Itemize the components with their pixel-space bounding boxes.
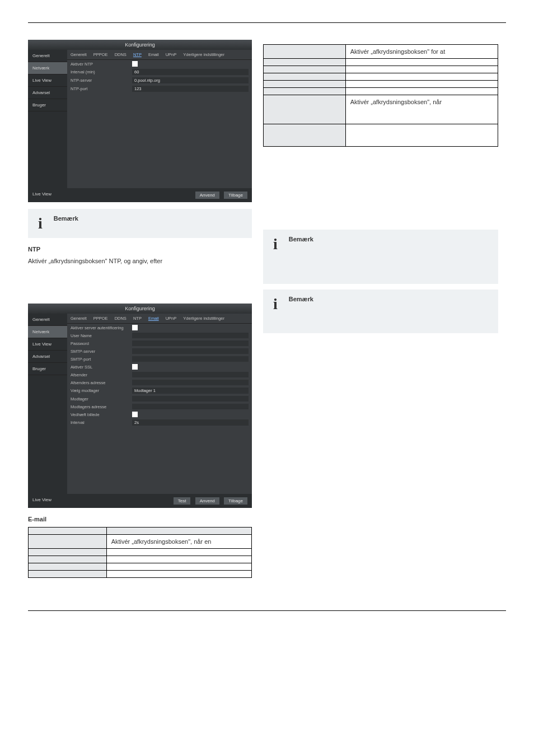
lbl-interval: Interval (min) <box>71 69 132 74</box>
lbl-senderaddr: Afsenders adresse <box>71 380 132 385</box>
val-user[interactable] <box>132 333 249 338</box>
s2-tab-ntp[interactable]: NTP <box>130 314 145 323</box>
s2-side-generelt[interactable]: Generelt <box>28 314 67 326</box>
btn-tilbage-1[interactable]: Tilbage <box>224 192 247 199</box>
val-interval2[interactable]: 2s <box>132 419 249 426</box>
s2-tab-ddns[interactable]: DDNS <box>111 314 130 323</box>
te-r5v <box>106 571 251 578</box>
info2-head: Bemærk <box>289 235 313 244</box>
info3-head: Bemærk <box>289 295 313 304</box>
footer-liveview[interactable]: Live View <box>32 192 51 199</box>
lbl-sender: Afsender <box>71 372 132 377</box>
tr-r2v <box>345 59 498 66</box>
screenshot-ntp: Konfigurering Generelt Netværk Live View… <box>28 40 252 202</box>
tab-ddns[interactable]: DDNS <box>111 50 130 59</box>
info-icon: i <box>269 235 282 253</box>
tr-r6k <box>264 88 346 95</box>
lbl-selrec: Vælg modtager <box>71 388 132 393</box>
te-r2v <box>106 549 251 556</box>
te-r3k <box>29 556 107 563</box>
val-pass[interactable] <box>132 340 249 346</box>
side-netvaerk[interactable]: Netværk <box>28 62 67 74</box>
btn-anvend-2[interactable]: Anvend <box>195 497 219 505</box>
lbl-ntp-port: NTP-port <box>71 86 132 91</box>
info-box-3: i Bemærk <box>263 290 498 333</box>
tab-ntp[interactable]: NTP <box>130 50 145 59</box>
s2-tab-yderligere[interactable]: Yderligere indstillinger <box>180 314 228 323</box>
lbl-smtpport: SMTP-port <box>71 357 132 362</box>
lbl-rec: Modtager <box>71 396 132 402</box>
tr-r7v: Aktivér „afkrydsningsboksen", når <box>345 95 498 124</box>
te-r1k <box>29 535 107 549</box>
ntp-para: Aktivér „afkrydsningsboksen" NTP, og ang… <box>28 257 252 265</box>
val-smtpport[interactable] <box>132 356 249 362</box>
info-icon: i <box>34 214 47 232</box>
s2-tab-upnp[interactable]: UPnP <box>162 314 180 323</box>
val-recaddr[interactable] <box>132 404 249 409</box>
email-heading: E-mail <box>28 516 252 522</box>
s2-tab-generelt[interactable]: Generelt <box>67 314 90 323</box>
lbl-ntp-server: NTP-server <box>71 78 132 83</box>
tr-r1k <box>264 45 346 59</box>
tab-generelt[interactable]: Generelt <box>67 50 90 59</box>
s2-side-advarsel[interactable]: Advarsel <box>28 351 67 363</box>
btn-anvend-1[interactable]: Anvend <box>195 192 219 199</box>
lbl-user: User Name <box>71 333 132 338</box>
footer-liveview-2[interactable]: Live View <box>32 497 51 505</box>
tab-yderligere[interactable]: Yderligere indstillinger <box>180 50 228 59</box>
chk-ssl[interactable] <box>132 364 138 370</box>
val-ntp-server[interactable]: 0.pool.ntp.org <box>132 77 249 83</box>
lbl-enable-ntp: Aktivér NTP <box>71 62 132 67</box>
s2-side-bruger[interactable]: Bruger <box>28 363 67 375</box>
lbl-auth: Aktiver server autentificering <box>71 325 132 330</box>
side-liveview[interactable]: Live View <box>28 74 67 87</box>
tr-r8k <box>264 124 346 147</box>
val-interval[interactable]: 60 <box>132 69 249 75</box>
te-r1v: Aktivér „afkrydsningsboksen", når en <box>106 535 251 549</box>
tr-r5v <box>345 81 498 88</box>
val-selrec[interactable]: Modtager 1 <box>132 388 249 394</box>
side-generelt[interactable]: Generelt <box>28 50 67 62</box>
tr-r5k <box>264 81 346 88</box>
chk-attach[interactable] <box>132 412 138 417</box>
info-icon: i <box>269 295 282 313</box>
side-advarsel[interactable]: Advarsel <box>28 87 67 99</box>
shot1-title: Konfigurering <box>28 40 252 50</box>
info-box-1: i Bemærk <box>28 209 252 238</box>
lbl-interval2: Interval <box>71 420 132 425</box>
tab-upnp[interactable]: UPnP <box>162 50 180 59</box>
shot2-title: Konfigurering <box>28 304 252 314</box>
tr-r3v <box>345 66 498 73</box>
tab-email[interactable]: Email <box>145 50 162 59</box>
val-smtp[interactable] <box>132 348 249 354</box>
val-ntp-port[interactable]: 123 <box>132 86 249 92</box>
val-rec[interactable] <box>132 396 249 402</box>
s2-side-liveview[interactable]: Live View <box>28 338 67 351</box>
s2-tab-pppoe[interactable]: PPPOE <box>90 314 111 323</box>
lbl-pass: Password <box>71 341 132 346</box>
tr-r2k <box>264 59 346 66</box>
tr-r3k <box>264 66 346 73</box>
screenshot-email: Konfigurering Generelt Netværk Live View… <box>28 304 252 508</box>
btn-test[interactable]: Test <box>174 497 191 505</box>
tab-pppoe[interactable]: PPPOE <box>90 50 111 59</box>
table-email: Aktivér „afkrydsningsboksen", når en <box>28 527 252 578</box>
s2-tab-email[interactable]: Email <box>145 314 162 323</box>
lbl-recaddr: Modtagers adresse <box>71 404 132 409</box>
btn-tilbage-2[interactable]: Tilbage <box>224 497 247 505</box>
chk-auth[interactable] <box>132 325 138 330</box>
lbl-attach: Vedhæft billede <box>71 412 132 417</box>
s2-side-netvaerk[interactable]: Netværk <box>28 326 67 338</box>
val-senderaddr[interactable] <box>132 380 249 385</box>
lbl-smtp: SMTP-server <box>71 349 132 354</box>
table-right: Aktivér „afkrydsningsboksen" for at Akti… <box>263 44 498 147</box>
tr-r6v <box>345 88 498 95</box>
side-bruger[interactable]: Bruger <box>28 99 67 111</box>
te-r2k <box>29 549 107 556</box>
chk-enable-ntp[interactable] <box>132 61 138 67</box>
te-h2 <box>106 528 251 535</box>
te-r4v <box>106 563 251 571</box>
val-sender[interactable] <box>132 372 249 377</box>
info1-head: Bemærk <box>54 214 78 223</box>
tr-r1v: Aktivér „afkrydsningsboksen" for at <box>345 45 498 59</box>
